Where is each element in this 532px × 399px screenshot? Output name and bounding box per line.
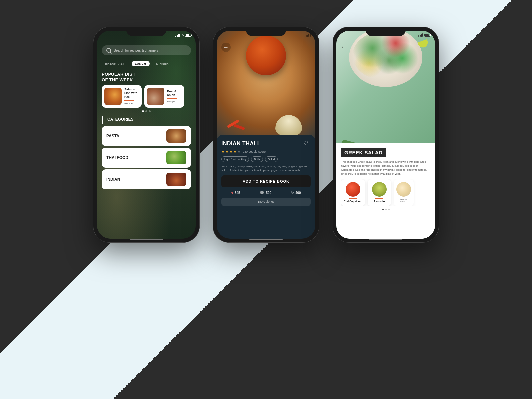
signal-icon-p2 bbox=[306, 33, 311, 37]
add-to-recipe-book-button[interactable]: ADD TO RECIPE BOOK bbox=[221, 175, 311, 187]
beef-info: Beef & onion Recipe bbox=[167, 90, 182, 103]
categories-title: CATEGORIES bbox=[102, 116, 196, 124]
wifi-icon: ∿ bbox=[181, 33, 184, 37]
beef-name: Beef & onion bbox=[167, 90, 182, 97]
chili-2 bbox=[233, 124, 245, 130]
category-indian[interactable]: INDIAN bbox=[102, 169, 191, 189]
phone-3-home-bar bbox=[369, 239, 402, 240]
dot-3 bbox=[149, 110, 151, 112]
search-placeholder: Search for recipes & channels bbox=[114, 49, 158, 52]
popular-section-title: POPULAR DISH OF THE WEEK bbox=[97, 69, 196, 85]
category-pasta[interactable]: PASTA bbox=[102, 126, 191, 146]
tag-1[interactable]: Light food cooking bbox=[221, 156, 249, 162]
rice-bowl bbox=[275, 115, 302, 135]
phone-3-bg: ← GREEK SALAD bbox=[336, 31, 435, 239]
category-thai[interactable]: THAI FOOD bbox=[102, 148, 191, 168]
recipe-card-beef[interactable]: Beef & onion Recipe bbox=[144, 85, 184, 108]
recipe-card-salmon[interactable]: Salmon Fish with rice Recipe bbox=[102, 85, 142, 108]
calories-text: 180 Calories bbox=[258, 200, 275, 203]
ingredient-dots bbox=[341, 209, 430, 210]
category-indian-name: INDIAN bbox=[106, 177, 120, 182]
phone-1-home-bar bbox=[130, 239, 163, 240]
star-3: ★ bbox=[229, 149, 233, 154]
thai-image bbox=[166, 151, 186, 164]
tag-3[interactable]: Salad bbox=[265, 156, 278, 162]
phone-2-bg: ← INDIAN THALI ♡ bbox=[217, 31, 315, 239]
rating-row: ★ ★ ★ ★ ★ 230 people score bbox=[221, 149, 311, 154]
salmon-image bbox=[104, 88, 122, 105]
star-rating: ★ ★ ★ ★ ★ bbox=[221, 149, 241, 154]
stat-likes: ♥ 345 bbox=[231, 191, 240, 195]
recipe-cards-row: Salmon Fish with rice Recipe Beef & onio… bbox=[97, 85, 196, 108]
ingredient-dot-1 bbox=[382, 209, 384, 210]
shares-icon: ↻ bbox=[291, 191, 294, 195]
battery-icon-p3 bbox=[424, 34, 430, 37]
avocado-name: Avocado bbox=[374, 200, 385, 203]
phone-2-notch bbox=[246, 27, 286, 36]
battery-icon bbox=[185, 34, 191, 37]
tags-row: Light food cooking Daily Salad bbox=[221, 156, 311, 162]
phone-3-food-image bbox=[336, 31, 435, 151]
salad-plate bbox=[349, 31, 422, 87]
avocado-image bbox=[372, 182, 387, 197]
stats-row: ♥ 345 💬 520 ↻ 400 bbox=[221, 191, 311, 195]
ingredient-partial: Avocaonio... bbox=[394, 179, 414, 206]
phone-2-detail: INDIAN THALI ♡ ★ ★ ★ ★ ★ 230 people scor… bbox=[217, 135, 315, 239]
meal-tabs: BREAKFAST LUNCH DINNER bbox=[97, 58, 196, 69]
salmon-info: Salmon Fish with rice Recipe bbox=[124, 88, 139, 105]
category-pasta-name: PASTA bbox=[106, 134, 119, 138]
search-icon bbox=[106, 48, 111, 53]
beef-underline bbox=[167, 98, 177, 99]
phone-1: ∿ Search for recipes & channels BREAKFAS… bbox=[93, 27, 200, 243]
favorite-icon[interactable]: ♡ bbox=[303, 140, 311, 147]
dish-title: INDIAN THALI bbox=[221, 141, 259, 147]
indian-thali-main-bowl bbox=[246, 36, 286, 75]
ingredient-capsicum[interactable]: Red Capsicum bbox=[341, 179, 365, 206]
phone-3-screen: ← GREEK SALAD bbox=[336, 31, 435, 239]
dot-2 bbox=[145, 110, 147, 112]
category-thai-name: THAI FOOD bbox=[106, 155, 128, 160]
salad-food bbox=[352, 31, 419, 80]
back-button-phone3[interactable]: ← bbox=[341, 44, 346, 50]
tab-breakfast[interactable]: BREAKFAST bbox=[102, 61, 128, 66]
ingredient-avocado[interactable]: Avocado bbox=[368, 179, 391, 206]
search-bar[interactable]: Search for recipes & channels bbox=[102, 45, 191, 55]
likes-icon: ♥ bbox=[231, 191, 233, 195]
signal-icon bbox=[175, 34, 180, 37]
categories-section: CATEGORIES PASTA THAI FOOD INDIAN bbox=[97, 115, 196, 192]
phone-2-screen: ← INDIAN THALI ♡ bbox=[217, 31, 315, 239]
dish-title-row: INDIAN THALI ♡ bbox=[221, 140, 311, 147]
beef-image bbox=[147, 88, 164, 105]
tab-lunch[interactable]: LUNCH bbox=[132, 61, 150, 66]
phones-showcase: ∿ Search for recipes & channels BREAKFAS… bbox=[93, 27, 439, 243]
greek-salad-title: GREEK SALAD bbox=[341, 148, 386, 157]
capsicum-name: Red Capsicum bbox=[344, 200, 362, 203]
ingredient-dot-2 bbox=[385, 209, 387, 210]
rating-count: 230 people score bbox=[243, 150, 266, 153]
carousel-dots bbox=[97, 108, 196, 115]
salmon-name: Salmon Fish with rice bbox=[124, 88, 139, 99]
back-button-phone2[interactable]: ← bbox=[221, 43, 231, 52]
phone-1-screen: ∿ Search for recipes & channels BREAKFAS… bbox=[97, 31, 196, 239]
phone-2: ← INDIAN THALI ♡ bbox=[213, 27, 319, 243]
tag-2[interactable]: Daily bbox=[251, 156, 263, 162]
calories-bar: 180 Calories bbox=[221, 198, 311, 206]
avocado-underline bbox=[375, 198, 383, 199]
star-1: ★ bbox=[221, 149, 225, 154]
comments-icon: 💬 bbox=[260, 191, 264, 195]
recipe-description: Stir in garlic, curry powder, cinnamon, … bbox=[221, 165, 311, 172]
phone-3: ← GREEK SALAD bbox=[332, 27, 439, 243]
star-5: ★ bbox=[237, 149, 241, 154]
phone-1-notch bbox=[126, 27, 166, 36]
phone-1-content: Search for recipes & channels BREAKFAST … bbox=[97, 31, 196, 192]
star-2: ★ bbox=[225, 149, 229, 154]
shares-count: 400 bbox=[295, 191, 301, 195]
phone-3-notch bbox=[366, 27, 406, 36]
partial-ingredient-name: Avocaonio... bbox=[400, 198, 407, 203]
dot-1 bbox=[142, 110, 144, 112]
partial-ingredient-image bbox=[396, 182, 411, 197]
capsicum-image bbox=[346, 182, 360, 197]
ingredients-row: Red Capsicum Avocado Avocaonio... bbox=[341, 179, 430, 206]
tab-dinner[interactable]: DINNER bbox=[153, 61, 172, 66]
comments-count: 520 bbox=[266, 191, 271, 195]
